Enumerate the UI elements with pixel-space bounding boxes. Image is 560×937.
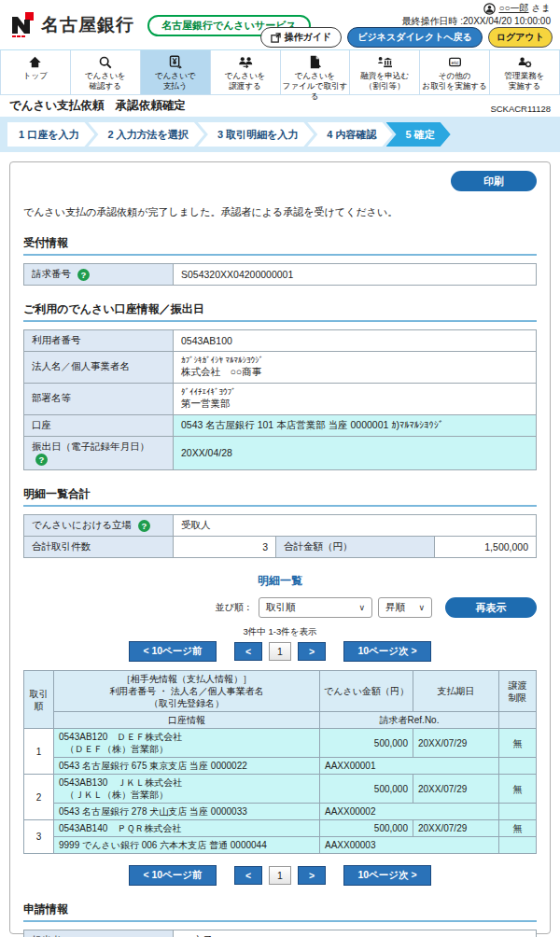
total-count-label: 合計取引件数 bbox=[24, 537, 174, 558]
col-due-date: 支払期日 bbox=[413, 671, 499, 712]
prev-10-pages-button[interactable]: < 10ページ前 bbox=[129, 641, 217, 662]
row-amount: 500,000 bbox=[320, 729, 413, 758]
col-party: ［相手先情報（支払人情報）］ 利用者番号 ・ 法人名／個人事業者名 （取引先登録… bbox=[54, 671, 320, 712]
prev-10-pages-button[interactable]: < 10ページ前 bbox=[129, 865, 217, 886]
help-icon[interactable]: ? bbox=[35, 454, 48, 466]
row-restriction: 無 bbox=[499, 729, 537, 758]
row-due-date: 20XX/07/29 bbox=[413, 729, 499, 758]
section-reception: 受付情報 請求番号 ? S054320XX04200000001 bbox=[23, 235, 537, 286]
row-empty bbox=[499, 804, 537, 820]
table-row: 部署名等 ﾀﾞｲｲﾁｴｲｷﾞﾖｳﾌﾞ 第一営業部 bbox=[24, 383, 537, 414]
order-select[interactable]: 昇順 ∨ bbox=[378, 597, 432, 618]
col-transfer-restriction: 譲渡 制限 bbox=[499, 671, 537, 712]
next-10-pages-button[interactable]: 10ページ次 > bbox=[343, 865, 431, 886]
user-no-label: 利用者番号 bbox=[24, 330, 174, 352]
search-icon bbox=[71, 54, 140, 70]
row-account: 0543 名古屋銀行 675 東京支店 当座 0000022 bbox=[54, 758, 320, 775]
table-row: 請求番号 ? S054320XX04200000001 bbox=[24, 264, 537, 286]
main-panel: 印刷 でんさい支払の承認依頼が完了しました。承認者による承認を受けてください。 … bbox=[9, 161, 551, 934]
step-indicator: 1 口座を入力 2 入力方法を選択 3 取引明細を入力 4 内容確認 5 確定 bbox=[0, 117, 560, 152]
row-due-date: 20XX/07/29 bbox=[413, 820, 499, 837]
table-row: 0543 名古屋銀行 278 犬山支店 当座 0000033 AAXX00002 bbox=[24, 804, 537, 820]
step-1: 1 口座を入力 bbox=[7, 122, 94, 147]
redisplay-button[interactable]: 再表示 bbox=[445, 597, 537, 618]
tab-transfer-densai[interactable]: でんさいを 譲渡する bbox=[211, 50, 281, 94]
sort-label: 並び順： bbox=[216, 601, 253, 614]
pagination-bottom: < 10ページ前 < 1 > 10ページ次 > bbox=[23, 865, 537, 886]
tab-top[interactable]: トップ bbox=[0, 50, 71, 94]
user-icon bbox=[483, 3, 496, 15]
account-label: 口座 bbox=[24, 414, 174, 436]
row-restriction: 無 bbox=[499, 820, 537, 837]
row-account: 9999 でんさい銀行 006 六本木支店 普通 0000044 bbox=[54, 837, 320, 854]
tab-other[interactable]: etc その他の お取引を実施する bbox=[420, 50, 490, 94]
table-row: 3 0543AB140 ＰＱＲ株式会社 500,000 20XX/07/29 無 bbox=[24, 820, 537, 837]
user-honorific: さま bbox=[532, 2, 551, 15]
row-ref-no: AAXX00001 bbox=[320, 758, 499, 775]
table-row: 利用者番号 0543AB100 bbox=[24, 330, 537, 352]
row-no: 3 bbox=[24, 820, 54, 854]
row-no: 2 bbox=[24, 775, 54, 820]
last-operation-time: 最終操作日時 :20XX/04/20 10:00:00 bbox=[401, 15, 551, 28]
prev-page-button[interactable]: < bbox=[234, 642, 262, 661]
tab-pay-densai[interactable]: でんさいで 支払う bbox=[141, 50, 211, 94]
row-ref-no: AAXX00002 bbox=[320, 804, 499, 820]
bank-logo-icon bbox=[11, 12, 35, 38]
table-row: でんさいにおける立場 ? 受取人 bbox=[24, 515, 537, 537]
help-icon[interactable]: ? bbox=[77, 269, 90, 281]
admin-gear-icon bbox=[490, 54, 559, 70]
guide-button[interactable]: 操作ガイド bbox=[260, 27, 343, 48]
yen-pay-icon bbox=[141, 54, 210, 70]
user-name-link[interactable]: ○○一郎 bbox=[498, 2, 528, 15]
col-amount: でんさい金額（円） bbox=[320, 671, 413, 712]
business-direct-back-button[interactable]: ビジネスダイレクトへ戻る bbox=[347, 27, 483, 48]
external-link-icon bbox=[271, 33, 281, 43]
row-due-date: 20XX/07/29 bbox=[413, 775, 499, 804]
row-amount: 500,000 bbox=[320, 820, 413, 837]
section-account: ご利用のでんさい口座情報／振出日 利用者番号 0543AB100 法人名／個人事… bbox=[23, 301, 537, 470]
row-party: 0543AB130 ＪＫＬ株式会社 （ＪＫＬ（株）営業部） bbox=[54, 775, 320, 804]
row-party: 0543AB140 ＰＱＲ株式会社 bbox=[54, 820, 320, 837]
tab-loan[interactable]: 融資を申込む （割引等） bbox=[350, 50, 420, 94]
current-page-box[interactable]: 1 bbox=[269, 866, 291, 885]
table-row: 9999 でんさい銀行 006 六本木支店 普通 0000044 AAXX000… bbox=[24, 837, 537, 854]
staff-label: 担当者 bbox=[24, 930, 174, 937]
dept-value: ﾀﾞｲｲﾁｴｲｷﾞﾖｳﾌﾞ 第一営業部 bbox=[174, 383, 537, 414]
table-header-row2: 口座情報 請求者Ref.No. bbox=[24, 712, 537, 729]
request-no-label: 請求番号 ? bbox=[24, 264, 174, 286]
request-no-value: S054320XX04200000001 bbox=[174, 264, 537, 286]
next-page-button[interactable]: > bbox=[298, 866, 326, 885]
next-page-button[interactable]: > bbox=[298, 642, 326, 661]
table-row: 2 0543AB130 ＪＫＬ株式会社 （ＪＫＬ（株）営業部） 500,000 … bbox=[24, 775, 537, 804]
print-button-top[interactable]: 印刷 bbox=[451, 171, 537, 191]
table-row: 1 0543AB120 ＤＥＦ株式会社 （ＤＥＦ（株）営業部） 500,000 … bbox=[24, 729, 537, 758]
current-page-box[interactable]: 1 bbox=[269, 642, 291, 661]
corp-name-label: 法人名／個人事業者名 bbox=[24, 352, 174, 384]
home-icon bbox=[1, 54, 70, 70]
user-no-value: 0543AB100 bbox=[174, 330, 537, 352]
detail-table: 取引順 ［相手先情報（支払人情報）］ 利用者番号 ・ 法人名／個人事業者名 （取… bbox=[23, 670, 537, 854]
col-empty bbox=[499, 712, 537, 729]
prev-page-button[interactable]: < bbox=[234, 866, 262, 885]
col-transaction-no: 取引順 bbox=[24, 671, 54, 729]
row-empty bbox=[499, 758, 537, 775]
etc-icon: etc bbox=[420, 54, 489, 70]
next-10-pages-button[interactable]: 10ページ次 > bbox=[343, 641, 431, 662]
tab-confirm-densai[interactable]: でんさいを 確認する bbox=[71, 50, 141, 94]
issue-date-label: 振出日（電子記録年月日） ? bbox=[24, 436, 174, 470]
table-row: 振出日（電子記録年月日） ? 20XX/04/28 bbox=[24, 436, 537, 470]
section-application: 申請情報 担当者 ○○京子 コメント ○○を承認依頼します。 bbox=[23, 902, 537, 937]
tab-file-trade[interactable]: でんさいを ファイルで取引する bbox=[281, 50, 351, 94]
tab-admin[interactable]: 管理業務を 実施する bbox=[490, 50, 560, 94]
user-info: ○○一郎 さま bbox=[483, 2, 551, 15]
bank-loan-icon bbox=[350, 54, 419, 70]
bank-name: 名古屋銀行 bbox=[41, 13, 134, 37]
col-requester-ref-no: 請求者Ref.No. bbox=[320, 712, 499, 729]
staff-value: ○○京子 bbox=[174, 930, 537, 937]
issue-date-value: 20XX/04/28 bbox=[174, 436, 537, 470]
sort-select[interactable]: 取引順 ∨ bbox=[259, 597, 372, 618]
help-icon[interactable]: ? bbox=[138, 520, 150, 532]
svg-text:etc: etc bbox=[451, 60, 458, 65]
people-transfer-icon bbox=[211, 54, 280, 70]
logout-button[interactable]: ログアウト bbox=[488, 27, 553, 48]
